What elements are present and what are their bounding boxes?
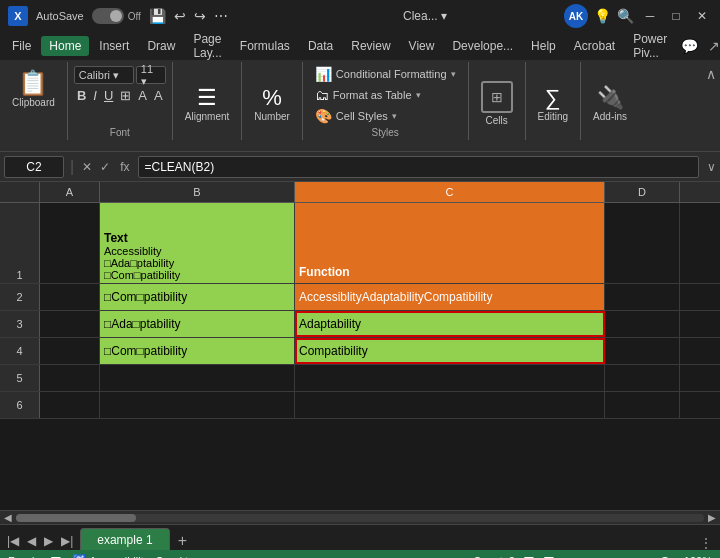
cell-c5[interactable] (295, 365, 605, 391)
cancel-formula-icon[interactable]: ✕ (80, 160, 94, 174)
editing-button[interactable]: ∑ Editing (532, 82, 575, 125)
cell-b5[interactable] (100, 365, 295, 391)
normal-view-icon[interactable]: ⊞ (523, 553, 535, 558)
cell-b1[interactable]: Text Accessiblity □Ada□ptability □Com□pa… (100, 203, 295, 283)
scroll-right-icon[interactable]: ▶ (704, 512, 720, 523)
share-icon[interactable]: ↗ (704, 38, 720, 54)
alignment-button[interactable]: ☰ Alignment (179, 82, 235, 125)
horizontal-scrollbar[interactable]: ◀ ▶ (0, 510, 720, 524)
more-icon[interactable]: ⋯ (214, 8, 228, 24)
col-header-c[interactable]: C (295, 182, 605, 202)
cell-c4[interactable]: Compatibility (295, 338, 605, 364)
sheet-nav-next[interactable]: ▶ (41, 532, 56, 550)
clipboard-group: 📋 Clipboard (0, 62, 68, 140)
status-icon1[interactable]: ⊞ (50, 553, 62, 558)
addins-button[interactable]: 🔌 Add-ins (587, 82, 633, 125)
undo-icon[interactable]: ↩ (174, 8, 186, 24)
cell-c2[interactable]: AccessiblityAdaptabilityCompatibility (295, 284, 605, 310)
fill-color-button[interactable]: A (136, 86, 149, 105)
cell-a3[interactable] (40, 311, 100, 337)
sheet-options-icon[interactable]: ⋮ (692, 536, 720, 550)
cell-b6[interactable] (100, 392, 295, 418)
font-size-dropdown[interactable]: 11 ▾ (136, 66, 166, 84)
cell-b3[interactable]: □Ada□ptability (100, 311, 295, 337)
scroll-track[interactable] (16, 514, 704, 522)
save-icon[interactable]: 💾 (149, 8, 166, 24)
clipboard-button[interactable]: 📋 Clipboard (6, 66, 61, 111)
cell-a5[interactable] (40, 365, 100, 391)
menu-formulas[interactable]: Formulas (232, 36, 298, 56)
cell-a2[interactable] (40, 284, 100, 310)
cell-d5[interactable] (605, 365, 680, 391)
menu-view[interactable]: View (401, 36, 443, 56)
menu-draw[interactable]: Draw (139, 36, 183, 56)
ribbon-expand[interactable]: ∧ (706, 62, 720, 140)
bold-button[interactable]: B (75, 86, 88, 105)
cell-a1[interactable] (40, 203, 100, 283)
cell-a4[interactable] (40, 338, 100, 364)
cell-reference-input[interactable] (4, 156, 64, 178)
menu-home[interactable]: Home (41, 36, 89, 56)
sheet-tab-example1[interactable]: example 1 (80, 528, 169, 550)
format-as-table-button[interactable]: 🗂 Format as Table ▾ (311, 85, 460, 105)
maximize-button[interactable]: □ (666, 6, 686, 26)
col-header-a[interactable]: A (40, 182, 100, 202)
cell-d4[interactable] (605, 338, 680, 364)
ribbon-collapse-icon[interactable]: ∧ (706, 66, 716, 82)
col-header-b[interactable]: B (100, 182, 295, 202)
minimize-button[interactable]: ─ (640, 6, 660, 26)
lightbulb-icon[interactable]: 💡 (594, 8, 611, 24)
avatar[interactable]: AK (564, 4, 588, 28)
col-header-d[interactable]: D (605, 182, 680, 202)
cells-button[interactable]: ⊞ Cells (475, 78, 519, 129)
close-button[interactable]: ✕ (692, 6, 712, 26)
cell-b2[interactable]: □Com□patibility (100, 284, 295, 310)
page-layout-icon[interactable]: ⊟ (543, 553, 555, 558)
styles-group: 📊 Conditional Formatting ▾ 🗂 Format as T… (303, 62, 469, 140)
page-break-icon[interactable]: ≡ (563, 553, 571, 558)
menu-file[interactable]: File (4, 36, 39, 56)
fx-icon[interactable]: fx (116, 160, 133, 174)
menu-help[interactable]: Help (523, 36, 564, 56)
add-sheet-button[interactable]: + (170, 532, 195, 550)
number-button[interactable]: % Number (248, 82, 296, 125)
conditional-formatting-button[interactable]: 📊 Conditional Formatting ▾ (311, 64, 460, 84)
cell-styles-button[interactable]: 🎨 Cell Styles ▾ (311, 106, 460, 126)
border-button[interactable]: ⊞ (118, 86, 133, 105)
menu-data[interactable]: Data (300, 36, 341, 56)
italic-button[interactable]: I (91, 86, 99, 105)
comments-icon[interactable]: 💬 (677, 38, 702, 54)
alignment-label: Alignment (185, 111, 229, 122)
cell-d3[interactable] (605, 311, 680, 337)
scroll-left-icon[interactable]: ◀ (0, 512, 16, 523)
cell-d1[interactable] (605, 203, 680, 283)
menu-pagelayout[interactable]: Page Lay... (185, 29, 229, 63)
cell-c1[interactable]: Function (295, 203, 605, 283)
menu-developer[interactable]: Develope... (444, 36, 521, 56)
redo-icon[interactable]: ↪ (194, 8, 206, 24)
title-bar: X AutoSave Off 💾 ↩ ↪ ⋯ Clea... ▾ AK 💡 🔍 … (0, 0, 720, 32)
sheet-nav-prev[interactable]: ◀ (24, 532, 39, 550)
formula-input[interactable] (138, 156, 700, 178)
font-color-button[interactable]: A (152, 86, 165, 105)
chevron-icon3: ▾ (392, 111, 397, 121)
cell-d6[interactable] (605, 392, 680, 418)
sheet-nav-first[interactable]: |◀ (4, 532, 22, 550)
search-icon[interactable]: 🔍 (617, 8, 634, 24)
scroll-thumb[interactable] (16, 514, 136, 522)
font-name-dropdown[interactable]: Calibri ▾ (74, 66, 134, 84)
formula-expand-icon[interactable]: ∨ (707, 160, 716, 174)
confirm-formula-icon[interactable]: ✓ (98, 160, 112, 174)
menu-acrobat[interactable]: Acrobat (566, 36, 623, 56)
menu-review[interactable]: Review (343, 36, 398, 56)
cell-d2[interactable] (605, 284, 680, 310)
cell-c6[interactable] (295, 392, 605, 418)
cell-c3[interactable]: Adaptability (295, 311, 605, 337)
menu-insert[interactable]: Insert (91, 36, 137, 56)
cell-b4[interactable]: □Com□patibility (100, 338, 295, 364)
menu-powerpivot[interactable]: Power Piv... (625, 29, 675, 63)
cell-a6[interactable] (40, 392, 100, 418)
underline-button[interactable]: U (102, 86, 115, 105)
sheet-nav-last[interactable]: ▶| (58, 532, 76, 550)
autosave-toggle[interactable]: Off (92, 8, 141, 24)
